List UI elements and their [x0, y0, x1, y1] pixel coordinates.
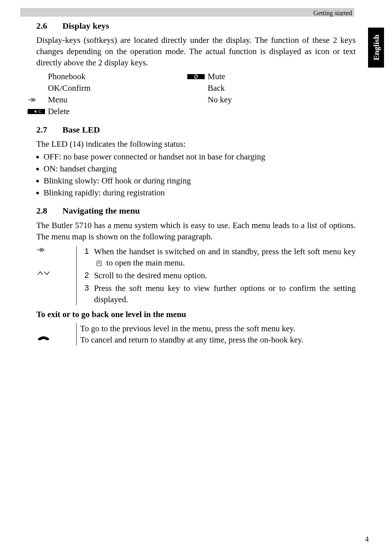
display-keys-table: Phonebook OK/Confirm Menu C	[28, 71, 356, 117]
language-tab: English	[368, 28, 384, 68]
header-bar	[20, 8, 354, 17]
language-tab-label: English	[371, 35, 381, 61]
step-text-pre: When the handset is switched on and in s…	[94, 247, 356, 256]
exit-block: To go to the previous level in the menu,…	[76, 323, 356, 345]
steps-block: 1 When the handset is switched on and in…	[76, 246, 356, 305]
step-text-post: to open the main menu.	[106, 258, 185, 267]
svg-text:C: C	[38, 109, 41, 114]
softkey-icon	[96, 260, 102, 267]
list-item: Blinking rapidly: during registration	[44, 187, 356, 198]
section-title: Base LED	[62, 125, 100, 134]
updown-icon	[36, 270, 76, 276]
section-para: The Butler 5710 has a menu system which …	[36, 220, 356, 242]
list-item: Blinking slowly: Off hook or during ring…	[44, 175, 356, 186]
section-number: 2.8	[36, 205, 62, 216]
menu-arrow-icon	[28, 97, 48, 103]
section-para: Display-keys (softkeys) are located dire…	[36, 35, 356, 68]
section-heading: 2.7Base LED	[36, 124, 356, 135]
key-label: No key	[208, 94, 232, 105]
key-label: Phonebook	[48, 71, 86, 82]
led-status-list: OFF: no base power connected or handset …	[36, 151, 356, 198]
exit-text: To go to the previous level in the menu,…	[80, 323, 356, 334]
page-content: 2.6Display keys Display-keys (softkeys) …	[36, 20, 356, 352]
section-2-7: 2.7Base LED The LED (14) indicates the f…	[36, 124, 356, 199]
section-title: Navigating the menu	[62, 206, 140, 215]
section-title: Display keys	[62, 21, 109, 31]
section-number: 2.7	[36, 124, 62, 135]
section-heading: 2.8Navigating the menu	[36, 205, 356, 216]
section-number: 2.6	[36, 20, 62, 32]
menu-arrow-icon	[36, 246, 76, 270]
section-2-6: 2.6Display keys Display-keys (softkeys) …	[36, 20, 356, 117]
subsection-heading: To exit or to go back one level in the m…	[36, 309, 356, 320]
section-2-8: 2.8Navigating the menu The Butler 5710 h…	[36, 205, 356, 345]
delete-key-icon: C	[28, 108, 48, 115]
step-number: 2	[80, 270, 89, 281]
header-chapter: Getting started	[314, 9, 352, 17]
key-label: Menu	[48, 94, 68, 105]
onhook-icon	[36, 335, 76, 342]
key-label: Back	[208, 82, 225, 94]
step-text: Press the soft menu key to view further …	[94, 283, 356, 305]
section-intro: The LED (14) indicates the following sta…	[36, 138, 356, 150]
step-number: 1	[80, 246, 89, 268]
step-text: Scroll to the desired menu option.	[94, 270, 356, 281]
key-label: Mute	[208, 71, 225, 82]
step-number: 3	[80, 283, 89, 305]
step-text: When the handset is switched on and in s…	[94, 246, 356, 268]
list-item: OFF: no base power connected or handset …	[44, 151, 356, 162]
mute-key-icon	[187, 73, 208, 80]
exit-text: To cancel and return to standby at any t…	[80, 334, 356, 345]
section-heading: 2.6Display keys	[36, 20, 356, 32]
list-item: ON: handset charging	[44, 163, 356, 174]
key-label: Delete	[48, 106, 70, 117]
page-number: 4	[365, 534, 369, 544]
key-label: OK/Confirm	[48, 82, 91, 94]
